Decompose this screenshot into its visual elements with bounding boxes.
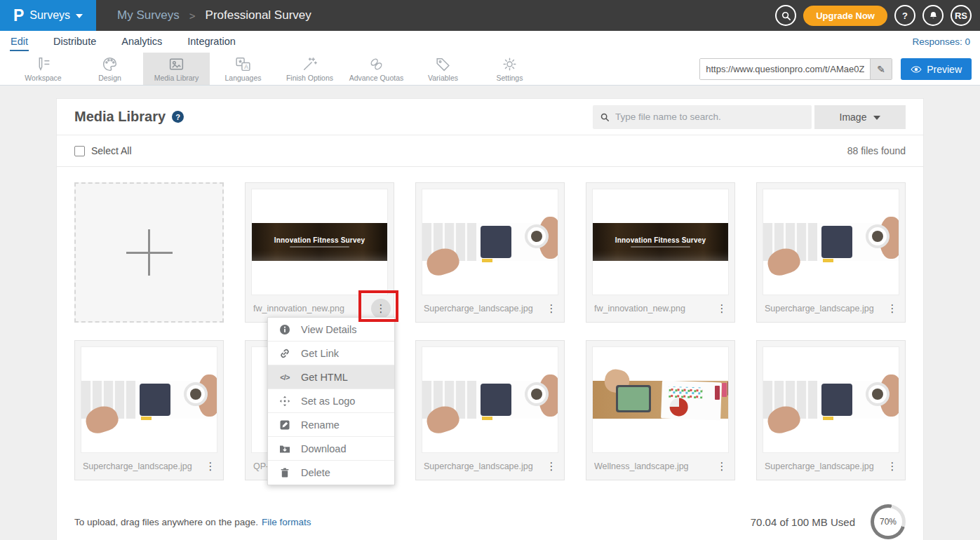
files-found-count: 88 files found [847,145,906,156]
media-thumbnail[interactable] [592,346,729,453]
edit-toolbar: Workspace Design Media Library A Languag… [0,53,980,86]
card-footer: fw_innovation_new.png ⋮ [586,295,734,322]
rename-pencil-icon [278,419,291,431]
thumbnail-image: Innovation Fitness Survey [252,223,387,261]
info-icon [278,324,291,335]
menu-item-rename[interactable]: Rename [268,413,394,437]
kebab-menu-button[interactable]: ⋮ [542,457,561,476]
menu-item-view-details[interactable]: View Details [268,318,394,342]
search-button[interactable] [775,5,796,26]
tab-distribute[interactable]: Distribute [53,32,97,51]
preview-button[interactable]: Preview [901,58,972,80]
toolbar-item-media-library[interactable]: Media Library [143,53,210,85]
media-item-context-menu: View Details Get Link </> Get HTML Set a… [267,317,395,485]
card-footer: Supercharge_landscape.jpg ⋮ [757,295,905,322]
edit-url-button[interactable]: ✎ [870,59,892,79]
media-library-header: Media Library ? Image [57,99,923,135]
media-thumbnail[interactable]: Innovation Fitness Survey [592,189,729,295]
breadcrumb: My Surveys > Professional Survey [117,8,311,22]
thumbnail-image [763,223,899,261]
survey-url-group: ✎ [699,58,892,80]
toolbar-item-workspace[interactable]: Workspace [10,53,76,85]
tab-edit[interactable]: Edit [10,32,29,51]
pencil-icon: ✎ [877,64,885,75]
media-thumbnail[interactable] [422,346,558,453]
toolbar-item-variables[interactable]: Variables [410,53,476,85]
toolbar-item-languages[interactable]: A Languages [210,53,276,85]
kebab-menu-button[interactable]: ⋮ [712,457,732,476]
help-button[interactable]: ? [894,5,915,26]
upload-add-tile[interactable] [74,182,224,323]
media-library-icon [168,55,185,73]
media-thumbnail[interactable] [763,189,899,295]
code-icon: </> [278,373,291,382]
library-controls: Image [593,105,906,129]
upgrade-now-button[interactable]: Upgrade Now [803,6,887,26]
thumbnail-image: Innovation Fitness Survey [593,223,728,261]
download-icon [278,443,291,454]
app-menu-label: Surveys [29,9,70,22]
storage-area: 70.04 of 100 MB Used 70% [751,504,906,539]
card-footer: Supercharge_landscape.jpg ⋮ [416,295,564,322]
survey-url-input[interactable] [700,59,870,79]
media-thumbnail[interactable] [81,346,217,453]
storage-percent-label: 70% [871,504,906,539]
help-badge-icon[interactable]: ? [172,111,184,123]
breadcrumb-separator: > [189,10,196,22]
search-icon [781,11,791,21]
file-name: Supercharge_landscape.jpg [424,304,533,313]
file-name: fw_innovation_new.png [253,304,344,313]
toolbar-item-settings[interactable]: Settings [476,53,543,85]
media-thumbnail[interactable]: Innovation Fitness Survey [251,189,388,295]
top-bar: P Surveys My Surveys > Professional Surv… [0,0,980,31]
file-formats-link[interactable]: File formats [262,517,311,527]
kebab-menu-button[interactable]: ⋮ [882,299,902,318]
select-all-checkbox[interactable] [74,146,85,156]
question-mark-icon: ? [902,11,908,21]
menu-item-download[interactable]: Download [268,437,394,461]
kebab-menu-button[interactable]: ⋮ [371,299,391,318]
media-card: Innovation Fitness Survey fw_innovation_… [245,182,394,323]
design-palette-icon [101,55,119,73]
survey-section-nav: Edit Distribute Analytics Integration Re… [0,31,980,53]
breadcrumb-current-survey: Professional Survey [206,8,311,22]
survey-link-area: ✎ Preview [699,58,972,80]
notifications-button[interactable] [922,5,944,26]
menu-item-set-as-logo[interactable]: Set as Logo [268,389,394,413]
menu-item-delete[interactable]: Delete [268,461,394,485]
topbar-actions: Upgrade Now ? RS [775,5,980,26]
media-thumbnail[interactable] [422,189,558,295]
kebab-menu-button[interactable]: ⋮ [712,299,732,318]
thumbnail-image [763,381,899,419]
chain-link-icon [368,55,385,73]
toolbar-item-advance-quotas[interactable]: Advance Quotas [343,53,410,85]
kebab-menu-button[interactable]: ⋮ [542,299,561,318]
languages-icon: A [234,55,252,73]
toolbar-item-finish-options[interactable]: Finish Options [276,53,343,85]
file-type-value: Image [840,112,867,123]
move-arrows-icon [278,396,291,407]
kebab-menu-button[interactable]: ⋮ [201,457,220,476]
toolbar-item-design[interactable]: Design [76,53,143,85]
surveys-app-menu[interactable]: P Surveys [0,0,96,31]
library-footer: To upload, drag files anywhere on the pa… [57,480,923,540]
tab-integration[interactable]: Integration [187,32,236,51]
file-search-input[interactable] [615,112,805,122]
breadcrumb-my-surveys[interactable]: My Surveys [117,8,180,22]
menu-item-get-html[interactable]: </> Get HTML [268,365,394,389]
file-type-dropdown[interactable]: Image [814,105,906,129]
menu-item-get-link[interactable]: Get Link [268,342,394,365]
media-thumbnail[interactable] [763,346,899,453]
media-card: Supercharge_landscape.jpg ⋮ [415,340,565,480]
bell-icon [928,11,939,21]
storage-used-text: 70.04 of 100 MB Used [751,516,855,528]
responses-count[interactable]: Responses: 0 [912,36,970,47]
tag-icon [434,55,452,73]
user-avatar[interactable]: RS [951,5,972,26]
chevron-down-icon [76,14,83,18]
svg-text:A: A [244,63,248,70]
card-footer: Supercharge_landscape.jpg ⋮ [416,453,564,480]
kebab-menu-button[interactable]: ⋮ [882,457,902,476]
media-card: Wellness_landscape.jpg ⋮ [586,340,735,480]
tab-analytics[interactable]: Analytics [121,32,163,51]
